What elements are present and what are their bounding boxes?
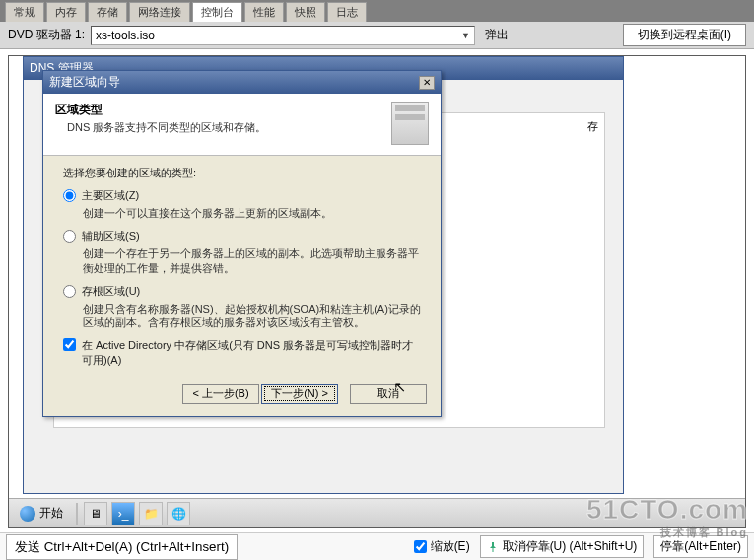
store-in-ad-row[interactable]: 在 Active Directory 中存储区域(只有 DNS 服务器是可写域控… (63, 338, 421, 368)
host-control-bar: 发送 Ctrl+Alt+Del(A) (Ctrl+Alt+Insert) 缩放(… (0, 532, 754, 560)
option-label: 存根区域(U) (82, 284, 140, 299)
tab-snapshot[interactable]: 快照 (286, 2, 325, 22)
option-stub-zone[interactable]: 存根区域(U) (63, 284, 421, 299)
tab-logs[interactable]: 日志 (327, 2, 367, 22)
start-label: 开始 (39, 505, 63, 522)
option-primary-zone[interactable]: 主要区域(Z) (63, 188, 421, 203)
tab-storage[interactable]: 存储 (88, 2, 127, 22)
back-button[interactable]: < 上一步(B) (182, 384, 259, 404)
chevron-down-icon: ▼ (461, 31, 470, 40)
wizard-titlebar[interactable]: 新建区域向导 ✕ (43, 71, 441, 94)
new-zone-wizard-dialog: 新建区域向导 ✕ 区域类型 DNS 服务器支持不同类型的区域和存储。 选择您要创… (42, 70, 442, 417)
undock-label: 取消停靠(U) (Alt+Shift+U) (503, 538, 638, 555)
cancel-button[interactable]: 取消 (350, 384, 427, 404)
wizard-header-title: 区域类型 (55, 102, 266, 118)
send-ctrl-alt-del-button[interactable]: 发送 Ctrl+Alt+Del(A) (Ctrl+Alt+Insert) (6, 534, 238, 560)
switch-remote-desktop-button[interactable]: 切换到远程桌面(I) (623, 24, 746, 46)
vm-tabstrip: 常规 内存 存储 网络连接 控制台 性能 快照 日志 (0, 0, 754, 22)
start-button[interactable]: 开始 (13, 502, 70, 525)
tab-network[interactable]: 网络连接 (129, 2, 190, 22)
scale-checkbox[interactable] (414, 540, 427, 553)
remote-desktop-viewport: DNS 管理器 存 新建区域向导 ✕ 区域类型 DNS 服务器支持不同类型的区域… (8, 55, 746, 528)
server-icon (391, 102, 429, 145)
wizard-header: 区域类型 DNS 服务器支持不同类型的区域和存储。 (43, 94, 441, 156)
dns-header-fragment: 存 (587, 119, 598, 134)
radio-stub-zone[interactable] (63, 285, 76, 298)
wizard-prompt: 选择您要创建的区域的类型: (63, 166, 421, 180)
quicklaunch-explorer-icon[interactable]: 📁 (139, 502, 163, 525)
quicklaunch-server-manager-icon[interactable]: 🖥 (84, 502, 107, 525)
pin-icon (487, 541, 499, 553)
taskbar-separator (76, 503, 78, 525)
radio-secondary-zone[interactable] (63, 230, 76, 243)
next-button[interactable]: 下一步(N) > (261, 384, 338, 404)
remote-taskbar: 开始 🖥 ›_ 📁 🌐 (9, 498, 745, 527)
wizard-title-text: 新建区域向导 (49, 74, 120, 91)
scale-label: 缩放(E) (431, 538, 470, 555)
dvd-bar: DVD 驱动器 1: xs-tools.iso ▼ 弹出 切换到远程桌面(I) (0, 22, 754, 49)
windows-orb-icon (20, 506, 35, 522)
tab-general[interactable]: 常规 (5, 2, 44, 22)
dvd-label: DVD 驱动器 1: (8, 27, 85, 43)
radio-primary-zone[interactable] (63, 189, 76, 202)
close-icon[interactable]: ✕ (419, 76, 435, 90)
wizard-body: 选择您要创建的区域的类型: 主要区域(Z) 创建一个可以直接在这个服务器上更新的… (43, 156, 441, 374)
tab-console[interactable]: 控制台 (192, 2, 242, 22)
checkbox-store-in-ad[interactable] (63, 338, 76, 351)
wizard-button-row: < 上一步(B) 下一步(N) > 取消 (43, 374, 441, 416)
redock-button[interactable]: 停靠(Alt+Enter) (653, 535, 748, 558)
quicklaunch-powershell-icon[interactable]: ›_ (111, 502, 135, 525)
wizard-header-subtitle: DNS 服务器支持不同类型的区域和存储。 (67, 120, 266, 135)
dvd-combo[interactable]: xs-tools.iso ▼ (91, 26, 475, 45)
tab-performance[interactable]: 性能 (244, 2, 284, 22)
tab-memory[interactable]: 内存 (46, 2, 86, 22)
eject-link[interactable]: 弹出 (485, 27, 509, 43)
undock-button[interactable]: 取消停靠(U) (Alt+Shift+U) (480, 535, 645, 558)
option-secondary-desc: 创建一个存在于另一个服务器上的区域的副本。此选项帮助主服务器平衡处理的工作量，并… (83, 246, 421, 276)
scale-toggle[interactable]: 缩放(E) (414, 538, 470, 555)
option-label: 辅助区域(S) (82, 229, 140, 244)
option-primary-desc: 创建一个可以直接在这个服务器上更新的区域副本。 (83, 206, 421, 221)
option-secondary-zone[interactable]: 辅助区域(S) (63, 229, 421, 244)
quicklaunch-dns-icon[interactable]: 🌐 (167, 502, 190, 525)
option-stub-desc: 创建只含有名称服务器(NS)、起始授权机构(SOA)和粘连主机(A)记录的区域的… (83, 302, 421, 331)
checkbox-label: 在 Active Directory 中存储区域(只有 DNS 服务器是可写域控… (82, 338, 421, 368)
dvd-value: xs-tools.iso (96, 29, 155, 42)
option-label: 主要区域(Z) (82, 188, 139, 203)
